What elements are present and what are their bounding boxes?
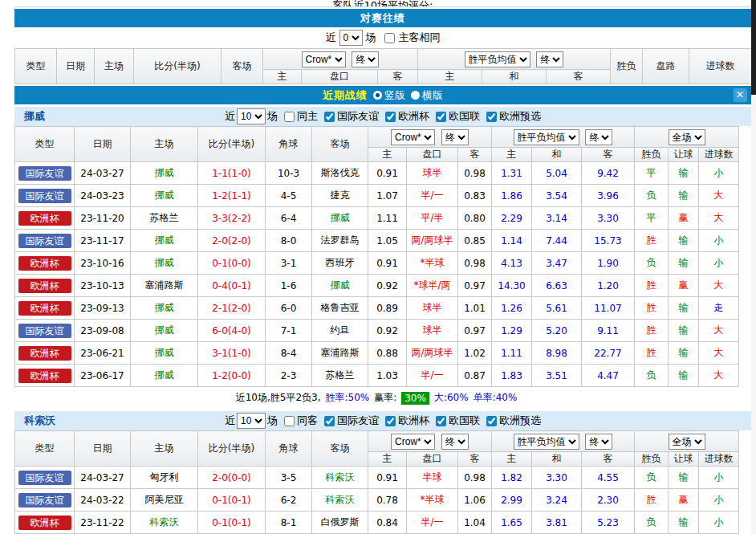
cell: 球半 [407, 162, 458, 185]
cell: 24-03-23 [75, 185, 131, 207]
cell: 2.29 [492, 207, 532, 230]
kosovo-near-count-select[interactable]: 10 [237, 413, 266, 429]
cell: 小 [699, 512, 739, 534]
cell: 大 [699, 320, 739, 342]
table-row: 欧洲杯23-10-13塞浦路斯0-4(0-1)1-6挪威0.92*球半/两0.9… [15, 275, 739, 297]
comp-friendly-checkbox[interactable] [324, 112, 335, 122]
col-handicap: 盘口 [407, 452, 458, 467]
cell: 23-11-17 [75, 230, 131, 252]
col-corner: 角球 [266, 127, 312, 162]
comp-euroqualifier-checkbox[interactable] [486, 416, 497, 426]
cell: 0.97 [458, 275, 492, 297]
cell: 5.61 [532, 297, 582, 320]
odds-period-select[interactable]: 终 [352, 51, 379, 67]
cell: 4-5 [266, 185, 312, 207]
cell: 平/半 [407, 207, 458, 230]
col-score: 比分(半场) [134, 49, 222, 84]
cell: 2-3 [266, 365, 312, 387]
col-odds-away: 客 [458, 452, 492, 467]
wdl-period-select[interactable]: 终 [585, 434, 612, 450]
cell: 格鲁吉亚 [312, 297, 368, 320]
cell: 23-10-16 [75, 252, 131, 275]
col-type: 类型 [15, 49, 57, 84]
cell: 0.91 [368, 467, 407, 489]
cell: 胜 [635, 230, 669, 252]
wdl-mean-select[interactable]: 胜平负均值 [514, 129, 579, 145]
scope-select[interactable]: 全场 [669, 129, 705, 145]
scrollbar-track[interactable] [751, 0, 756, 534]
away-rating-label: 客队近10场平均评分: [333, 0, 433, 7]
odds-period-select[interactable]: 终 [441, 129, 469, 145]
odds-company-select[interactable]: Crow* [391, 434, 435, 450]
cell: 白俄罗斯 [312, 512, 368, 534]
horizontal-radio[interactable] [411, 91, 420, 100]
cell: 0.91 [368, 162, 407, 185]
competition-badge: 欧洲杯 [18, 301, 71, 316]
comp-euroqualifier-label: 欧洲预选 [499, 109, 541, 124]
cell: 输 [669, 252, 699, 275]
col-type: 类型 [15, 127, 75, 162]
cell: 7-1 [266, 320, 312, 342]
col-wdl-win: 主 [418, 70, 482, 84]
cell: 大 [699, 275, 739, 297]
summary-text: 近10场,胜5平2负3, [236, 391, 321, 405]
wdl-mean-select[interactable]: 胜平负均值 [514, 434, 579, 450]
norway-table-body: 国际友谊24-03-27挪威1-1(1-0)10-3斯洛伐克0.91球半0.98… [15, 162, 739, 387]
vertical-label: 竖版 [384, 88, 405, 103]
vertical-radio[interactable] [373, 91, 382, 100]
recent-title-group: 近期战绩 竖版 横版 [323, 88, 443, 103]
cell: 3.14 [532, 207, 582, 230]
table-row: 国际友谊23-09-08挪威6-0(4-0)7-1约旦0.92球半0.971.2… [15, 320, 739, 342]
comp-eurocup-checkbox[interactable] [385, 112, 396, 122]
competition-badge: 国际友谊 [18, 189, 71, 203]
comp-euroqualifier-checkbox[interactable] [486, 112, 497, 122]
cell: 国际友谊 [15, 489, 75, 512]
odds-period-select[interactable]: 终 [441, 434, 469, 450]
scope-select[interactable]: 全场 [669, 434, 705, 450]
cell: 23-11-22 [75, 512, 131, 534]
col-goals: 进球数 [699, 148, 739, 162]
cell: 法罗群岛 [312, 230, 368, 252]
h2h-near-count-select[interactable]: 0 [339, 30, 363, 46]
col-wdl-win: 主 [492, 148, 532, 162]
same-home-checkbox[interactable] [284, 112, 295, 122]
comp-friendly-label: 国际友谊 [337, 109, 379, 124]
cell: 塞浦路斯 [312, 342, 368, 365]
cell: 输 [669, 185, 699, 207]
cell: 负 [635, 512, 669, 534]
comp-friendly-checkbox[interactable] [324, 416, 335, 426]
norway-near-count-select[interactable]: 10 [237, 108, 266, 124]
odds-company-select[interactable]: Crow* [391, 129, 435, 145]
cell: 3.96 [582, 185, 635, 207]
team-name: 挪威 [24, 109, 45, 124]
big-rate: 大:60% [434, 391, 469, 405]
same-home-away-checkbox[interactable] [384, 33, 395, 43]
wdl-period-select[interactable]: 终 [585, 129, 612, 145]
scrollbar-thumb[interactable] [751, 0, 756, 95]
competition-badge: 欧洲杯 [18, 369, 71, 383]
same-away-checkbox[interactable] [284, 416, 295, 426]
cell: 半/一 [407, 185, 458, 207]
cell: 苏格兰 [312, 365, 368, 387]
comp-eurocup-checkbox[interactable] [385, 416, 396, 426]
col-score: 比分(半场) [198, 431, 266, 467]
competition-badge: 国际友谊 [18, 493, 71, 508]
comp-nationsleague-checkbox[interactable] [436, 416, 446, 426]
comp-nationsleague-checkbox[interactable] [436, 112, 446, 122]
norway-recent-table: 类型 日期 主场 比分(半场) 角球 客场 Crow* 终 胜平负均值 终 [14, 126, 739, 387]
cell: 5.04 [532, 162, 582, 185]
cell: 苏格兰 [131, 207, 198, 230]
cell: 9.42 [582, 162, 635, 185]
close-icon[interactable]: ✕ [734, 88, 747, 102]
wdl-period-select[interactable]: 终 [536, 51, 563, 67]
cell: 输 [669, 230, 699, 252]
cell: 1.14 [492, 230, 532, 252]
odds-company-select[interactable]: Crow* [302, 51, 346, 67]
col-away: 客场 [222, 49, 263, 84]
cell: 胜 [635, 342, 669, 365]
cell: 23-09-08 [75, 320, 131, 342]
cell: 小 [699, 230, 739, 252]
cell: 国际友谊 [15, 230, 75, 252]
top-partial-text: 客队近10场平均评分: [14, 0, 751, 7]
wdl-mean-select[interactable]: 胜平负均值 [465, 51, 530, 67]
